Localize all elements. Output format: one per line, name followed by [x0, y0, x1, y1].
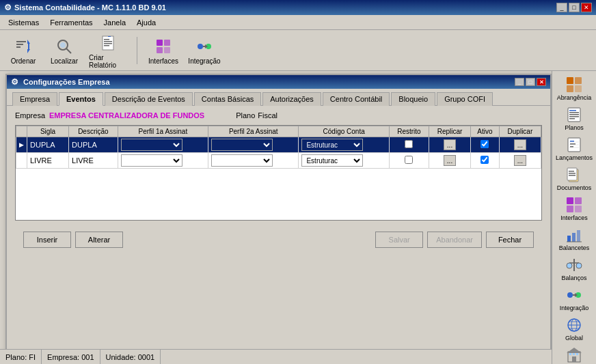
planos-btn[interactable]: Planos [554, 104, 595, 132]
tab-contas[interactable]: Contas Básicas [194, 92, 261, 106]
svg-rect-42 [569, 171, 574, 172]
ativo-cell[interactable] [471, 153, 500, 169]
duplicar-button[interactable]: ... [514, 139, 526, 150]
duplicar-cell[interactable]: ... [499, 137, 541, 153]
integracao-s-btn[interactable]: Integração [554, 284, 595, 313]
balancetes-btn[interactable]: Balancetes [554, 224, 595, 253]
replicar-cell[interactable]: ... [429, 153, 470, 169]
codigo-cell[interactable]: Estruturac [299, 153, 389, 169]
menu-ajuda[interactable]: Ajuda [131, 17, 161, 28]
plano-value: FI [29, 353, 36, 361]
maximize-button[interactable]: □ [569, 3, 580, 12]
ordenar-button[interactable]: Ordenar [5, 34, 41, 66]
menu-ferramentas[interactable]: Ferramentas [44, 17, 98, 28]
localizar-button[interactable]: Localizar [46, 34, 82, 66]
empresa-btn[interactable]: Empresa [554, 344, 595, 364]
svg-rect-70 [576, 353, 578, 355]
menu-janela[interactable]: Janela [98, 17, 131, 28]
tab-bloqueio[interactable]: Bloqueio [391, 92, 435, 106]
perfil1-cell[interactable] [118, 137, 208, 153]
perfil2-cell[interactable] [208, 153, 299, 169]
svg-rect-15 [157, 40, 163, 46]
col-perfil1: Perfil 1a Assinat [118, 126, 208, 137]
svg-rect-69 [573, 353, 575, 355]
svg-point-56 [576, 263, 582, 268]
documentos-btn[interactable]: Documentos [554, 164, 595, 193]
restrito-cell[interactable] [389, 153, 429, 169]
duplicar-cell[interactable]: ... [499, 153, 541, 169]
menu-sistemas[interactable]: Sistemas [3, 17, 44, 28]
documentos-icon [565, 165, 584, 184]
perfil1-cell[interactable] [118, 153, 208, 169]
perfil2-select[interactable] [211, 154, 273, 167]
svg-point-55 [567, 263, 572, 268]
menu-bar: Sistemas Ferramentas Janela Ajuda [0, 15, 596, 30]
dialog-title-text: Configurações Empresa [23, 78, 110, 86]
tab-autorizacoes[interactable]: Autorizações [262, 92, 321, 106]
svg-rect-46 [575, 197, 582, 204]
perfil2-select[interactable] [211, 139, 273, 151]
restrito-checkbox[interactable] [405, 156, 413, 164]
global-label: Global [565, 335, 583, 341]
inserir-button[interactable]: Inserir [23, 232, 71, 248]
dialog-close-button[interactable]: ✕ [537, 78, 546, 86]
dialog-minimize-button[interactable]: _ [515, 78, 524, 86]
close-button[interactable]: ✕ [581, 3, 592, 12]
interfaces-button[interactable]: Interfaces [146, 34, 181, 66]
abrangencia-label: Abrangência [557, 94, 592, 101]
ativo-cell[interactable] [471, 137, 500, 153]
toolbar-separator [137, 37, 137, 64]
abrangencia-icon [565, 75, 584, 94]
abrangencia-btn[interactable]: Abrangência [554, 74, 595, 102]
svg-rect-17 [157, 47, 163, 53]
unidade-label: Unidade: [106, 353, 136, 361]
empresa-value: 001 [81, 353, 94, 361]
restrito-checkbox[interactable] [405, 140, 413, 148]
integracao-s-label: Integração [560, 305, 589, 311]
configuracoes-dialog: ⚙ Configurações Empresa _ □ ✕ Empresa Ev… [5, 74, 552, 361]
tab-eventos[interactable]: Eventos [59, 92, 103, 106]
minimize-button[interactable]: _ [556, 3, 567, 12]
salvar-button[interactable]: Salvar [375, 232, 423, 248]
criar-relatorio-button[interactable]: Criar Relatório [87, 31, 128, 70]
table-row[interactable]: LIVRE LIVRE [16, 153, 541, 169]
svg-point-19 [198, 44, 203, 49]
svg-rect-5 [28, 44, 29, 49]
tab-descricao[interactable]: Descrição de Eventos [105, 92, 193, 106]
tab-centro[interactable]: Centro Contábil [323, 92, 390, 106]
perfil1-select[interactable] [121, 139, 182, 151]
abandonar-button[interactable]: Abandonar [427, 232, 482, 248]
svg-rect-0 [16, 41, 26, 42]
replicar-button[interactable]: ... [444, 155, 456, 166]
lancamentos-btn[interactable]: Lançamentos [554, 134, 595, 163]
codigo-select[interactable]: Estruturac [301, 139, 363, 151]
dialog-maximize-button[interactable]: □ [526, 78, 535, 86]
codigo-cell[interactable]: Estruturac [299, 137, 389, 153]
plano-label: Plano: [5, 353, 27, 361]
global-btn[interactable]: Global [554, 314, 595, 343]
replicar-button[interactable]: ... [444, 139, 456, 150]
balancos-btn[interactable]: Balanços [554, 254, 595, 283]
lancamentos-label: Lançamentos [556, 154, 593, 161]
localizar-icon [53, 36, 75, 57]
restrito-cell[interactable] [389, 137, 429, 153]
tab-grupo[interactable]: Grupo COFI [437, 92, 493, 106]
table-row[interactable]: ▶ DUPLA DUPLA [16, 137, 541, 153]
duplicar-button[interactable]: ... [514, 155, 526, 166]
svg-rect-50 [572, 233, 575, 242]
replicar-cell[interactable]: ... [429, 137, 470, 153]
integracao-button[interactable]: Integração [187, 34, 222, 66]
sigla-cell: LIVRE [27, 153, 69, 169]
perfil1-select[interactable] [121, 154, 182, 167]
localizar-label: Localizar [51, 57, 78, 65]
interfaces-s-btn[interactable]: Interfaces [554, 194, 595, 223]
ativo-checkbox[interactable] [480, 140, 489, 148]
alterar-button[interactable]: Alterar [75, 232, 123, 248]
tab-empresa[interactable]: Empresa [12, 92, 57, 106]
integracao-s-icon [565, 285, 584, 305]
codigo-select[interactable]: Estruturac [301, 154, 363, 167]
perfil2-cell[interactable] [208, 137, 299, 153]
ativo-checkbox[interactable] [480, 156, 489, 164]
events-table[interactable]: Sigla Descrição Perfil 1a Assinat Perfil… [15, 125, 542, 221]
fechar-button[interactable]: Fechar [486, 232, 534, 248]
